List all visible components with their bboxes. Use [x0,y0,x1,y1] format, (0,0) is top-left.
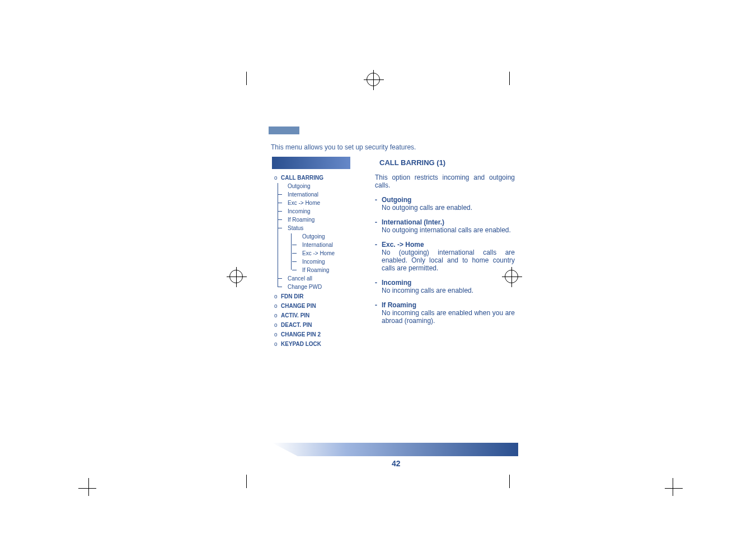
tree-item: Change PWD [282,283,364,291]
bullet-icon: o [274,330,281,339]
sidebar-item-keypad-lock: oKEYPAD LOCK [274,340,364,348]
definition-term: Outgoing [382,196,515,204]
registration-mark-icon [367,73,380,86]
corner-mark [665,488,683,489]
section-title: CALL BARRING (1) [379,158,445,167]
sidebar-item-activ-pin: oACTIV. PIN [274,311,364,320]
bullet-icon: o [274,321,281,329]
registration-mark-icon [229,270,243,283]
intro-text: This menu allows you to set up security … [271,143,416,151]
bullet-icon: o [274,340,281,348]
definition-desc: No (outgoing) international calls are en… [382,249,515,272]
sidebar-item-deact-pin: oDEACT. PIN [274,321,364,329]
sidebar-label: ACTIV. PIN [281,312,309,318]
bullet-icon: o [274,174,281,182]
sidebar-label: KEYPAD LOCK [281,341,321,347]
definition-exc-home: Exc. -> Home No (outgoing) international… [375,241,515,272]
definition-desc: No outgoing calls are enabled. [382,204,515,212]
section-gradient-bar [272,157,350,169]
tree-item: Outgoing [297,232,364,241]
sidebar-item-change-pin2: oCHANGE PIN 2 [274,330,364,339]
crop-mark [498,468,520,490]
main-intro-paragraph: This option restricts incoming and outgo… [375,174,515,189]
definition-desc: No incoming calls are enabled when you a… [382,309,515,325]
definition-term: Exc. -> Home [382,241,515,249]
bullet-icon: o [274,302,281,310]
tree-group-nested: Outgoing International Exc -> Home Incom… [289,232,364,274]
crop-mark [235,72,257,94]
tree-item: If Roaming [297,266,364,274]
sidebar-label: FDN DIR [281,293,304,299]
main-content: This option restricts incoming and outgo… [375,174,515,331]
definition-incoming: Incoming No incoming calls are enabled. [375,279,515,294]
tree-item: Outgoing [282,182,364,190]
crop-mark [235,468,257,490]
sidebar-item-change-pin: oCHANGE PIN [274,302,364,310]
definition-desc: No incoming calls are enabled. [382,287,515,294]
definition-if-roaming: If Roaming No incoming calls are enabled… [375,301,515,325]
tree-item: Exc -> Home [282,199,364,207]
tree-item: Exc -> Home [297,249,364,257]
corner-mark [78,488,96,489]
corner-mark [88,478,89,496]
definition-desc: No outgoing international calls are enab… [382,226,515,234]
page-number: 42 [392,459,401,468]
tree-item-status: Status Outgoing International Exc -> Hom… [282,224,364,274]
definition-term: If Roaming [382,301,515,309]
tree-item: International [282,190,364,199]
page-footer-bar [272,443,518,456]
sidebar-label: CHANGE PIN [281,303,316,309]
sidebar-label: CHANGE PIN 2 [281,331,321,338]
definition-outgoing: Outgoing No outgoing calls are enabled. [375,196,515,212]
tree-item: Cancel all [282,274,364,283]
tree-label: Status [288,225,303,231]
bullet-icon: o [274,292,281,301]
definition-international: International (Inter.) No outgoing inter… [375,218,515,234]
crop-mark [498,72,520,94]
tree-group: Outgoing International Exc -> Home Incom… [274,182,364,291]
definition-term: Incoming [382,279,515,287]
tree-item: Incoming [297,257,364,266]
sidebar-label: DEACT. PIN [281,322,312,328]
tree-item: If Roaming [282,216,364,224]
bullet-icon: o [274,311,281,320]
sidebar-item-fdn-dir: oFDN DIR [274,292,364,301]
tree-item: Incoming [282,207,364,216]
corner-mark [673,478,673,496]
chapter-color-bar [269,127,299,134]
sidebar-menu-tree: oCALL BARRING Outgoing International Exc… [274,174,364,349]
tree-item: International [297,241,364,249]
sidebar-item-call-barring: oCALL BARRING Outgoing International Exc… [274,174,364,291]
sidebar-label: CALL BARRING [281,175,323,181]
definition-term: International (Inter.) [382,218,515,226]
